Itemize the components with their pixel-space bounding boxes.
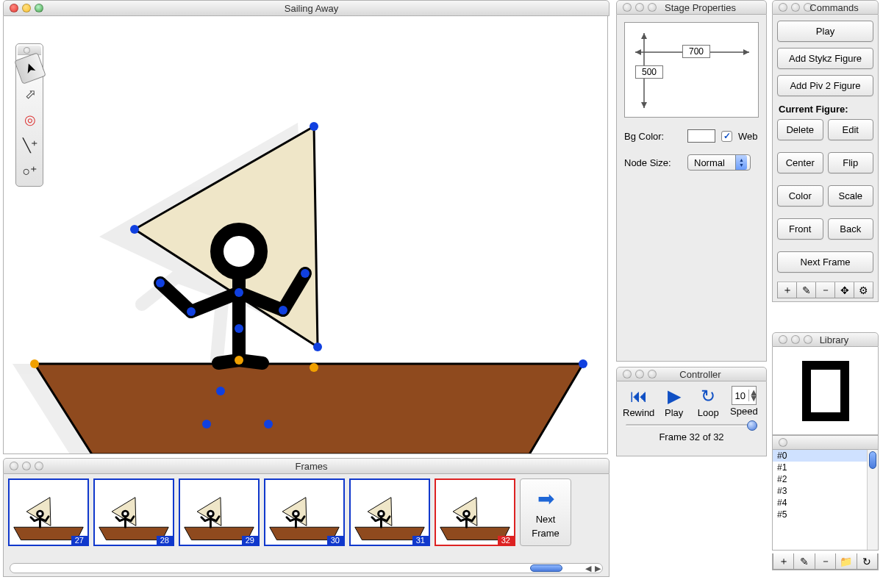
edit-node[interactable]: [235, 324, 243, 333]
frame-thumbnail[interactable]: 27: [8, 478, 89, 546]
flip-button[interactable]: Flip: [828, 152, 874, 173]
edit-node[interactable]: [579, 359, 587, 368]
library-item[interactable]: #2: [773, 473, 878, 485]
front-button[interactable]: Front: [777, 218, 823, 240]
add-stykz-figure-button[interactable]: Add Stykz Figure: [777, 48, 873, 69]
rewind-icon: ⏮: [630, 386, 648, 406]
next-frame-label-1: Next: [536, 514, 556, 525]
main-window-title: Sailing Away: [20, 3, 603, 14]
next-frame-button[interactable]: Next Frame: [777, 251, 873, 273]
rewind-button[interactable]: ⏮ Rewind: [623, 386, 654, 418]
library-item[interactable]: #4: [773, 497, 878, 509]
close-icon[interactable]: [779, 335, 787, 344]
back-button[interactable]: Back: [828, 218, 874, 240]
edit-node[interactable]: [187, 307, 196, 316]
library-preview: [772, 347, 879, 435]
library-item[interactable]: #0: [773, 450, 878, 462]
scale-button[interactable]: Scale: [828, 185, 874, 207]
close-icon[interactable]: [779, 438, 787, 447]
refresh-icon[interactable]: ↻: [857, 553, 878, 570]
remove-icon[interactable]: －: [816, 282, 835, 298]
add-icon[interactable]: ＋: [777, 282, 797, 298]
scroll-right-icon[interactable]: ▶: [593, 564, 602, 573]
stage-width-value: 700: [682, 45, 710, 58]
close-icon[interactable]: [10, 462, 18, 470]
add-piv2-figure-button[interactable]: Add Piv 2 Figure: [777, 75, 873, 96]
edit-node[interactable]: [310, 122, 318, 131]
close-icon[interactable]: [10, 4, 18, 12]
gear-icon[interactable]: ⚙: [854, 282, 873, 298]
controller-titlebar[interactable]: Controller: [616, 367, 767, 381]
pencil-icon[interactable]: ✎: [797, 282, 816, 298]
commands-titlebar[interactable]: Commands: [772, 0, 879, 15]
edit-node[interactable]: [202, 420, 211, 429]
scrollbar-thumb[interactable]: [530, 564, 562, 572]
speed-stepper[interactable]: 10 ▲▼: [732, 386, 757, 405]
remove-icon[interactable]: －: [815, 553, 836, 570]
stage-canvas[interactable]: ➤⬀◎╲⁺○⁺: [3, 16, 608, 454]
scroll-left-icon[interactable]: ◀: [583, 564, 593, 573]
main-window: Sailing Away ➤⬀◎╲⁺○⁺: [3, 0, 609, 454]
node-size-select[interactable]: Normal ▲▼: [687, 154, 751, 171]
svg-line-31: [116, 517, 120, 521]
chevron-down-icon: ▼: [749, 395, 756, 401]
svg-line-39: [201, 517, 205, 521]
controller-body: ⏮ Rewind ▶ Play ↻ Loop 10 ▲▼ Speed Frame…: [616, 381, 767, 456]
edit-node[interactable]: [313, 343, 322, 351]
library-item[interactable]: #5: [773, 509, 878, 520]
frames-scrollbar[interactable]: ◀ ▶: [10, 563, 603, 573]
frame-thumbnail[interactable]: 29: [179, 478, 260, 546]
play-button[interactable]: ▶ Play: [659, 386, 689, 418]
edit-node[interactable]: [235, 356, 243, 365]
loop-button[interactable]: ↻ Loop: [693, 386, 723, 418]
color-button[interactable]: Color: [777, 185, 823, 207]
edit-node[interactable]: [156, 279, 165, 287]
library-titlebar[interactable]: Library: [772, 332, 879, 347]
library-list-titlebar[interactable]: [772, 435, 879, 450]
frame-slider[interactable]: [623, 420, 760, 430]
center-button[interactable]: Center: [777, 152, 823, 173]
close-icon[interactable]: [623, 370, 632, 379]
edit-node[interactable]: [301, 269, 310, 278]
frame-thumbnail[interactable]: 31: [349, 478, 430, 546]
controller-window: Controller ⏮ Rewind ▶ Play ↻ Loop 10 ▲▼ …: [616, 367, 767, 456]
pencil-icon[interactable]: ✎: [794, 553, 815, 570]
frame-thumbnail[interactable]: 28: [93, 478, 174, 546]
main-titlebar[interactable]: Sailing Away: [3, 0, 609, 16]
web-checkbox[interactable]: ✓: [721, 131, 732, 142]
move-icon[interactable]: ✥: [835, 282, 854, 298]
folder-icon[interactable]: 📁: [836, 553, 857, 570]
svg-marker-9: [35, 364, 583, 454]
svg-line-12: [191, 293, 239, 312]
bg-color-swatch[interactable]: [687, 129, 715, 143]
node-size-value: Normal: [694, 157, 725, 168]
next-frame-button[interactable]: ➡ Next Frame: [520, 478, 571, 546]
delete-button[interactable]: Delete: [777, 119, 823, 140]
commands-title: Commands: [796, 2, 872, 13]
edit-node[interactable]: [130, 225, 139, 234]
close-icon[interactable]: [623, 3, 632, 12]
edit-node[interactable]: [30, 359, 39, 368]
frame-thumbnail[interactable]: 30: [264, 478, 345, 546]
loop-icon: ↻: [701, 386, 715, 406]
library-item[interactable]: #3: [773, 485, 878, 497]
edit-node[interactable]: [310, 363, 318, 372]
close-icon[interactable]: [779, 3, 787, 12]
play-button[interactable]: Play: [777, 21, 873, 42]
edit-node[interactable]: [235, 288, 243, 297]
library-item[interactable]: #1: [773, 462, 878, 473]
next-frame-label-2: Frame: [532, 528, 560, 539]
frame-thumbnail[interactable]: 32: [435, 478, 515, 546]
frame-number: 31: [412, 536, 429, 545]
add-icon[interactable]: ＋: [773, 553, 794, 570]
edit-node[interactable]: [216, 387, 225, 395]
slider-thumb[interactable]: [747, 420, 757, 431]
library-scrollbar[interactable]: [867, 450, 878, 550]
edit-node[interactable]: [264, 420, 273, 429]
frames-titlebar[interactable]: Frames: [3, 458, 609, 474]
scrollbar-thumb[interactable]: [869, 451, 876, 469]
edit-node[interactable]: [279, 306, 287, 315]
frame-number: 27: [71, 536, 87, 545]
stage-titlebar[interactable]: Stage Properties: [616, 0, 767, 15]
edit-button[interactable]: Edit: [828, 119, 874, 140]
